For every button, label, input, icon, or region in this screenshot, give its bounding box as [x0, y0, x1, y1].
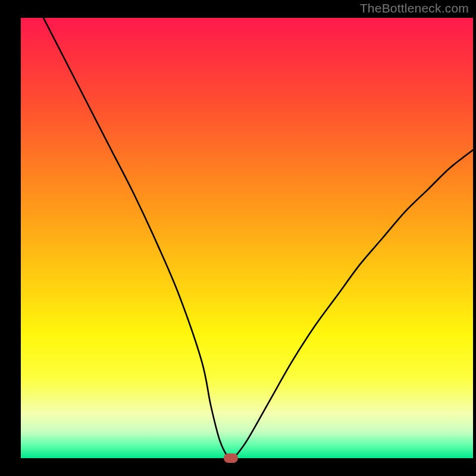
- watermark-text: TheBottleneck.com: [360, 1, 469, 15]
- plot-area: [21, 18, 473, 458]
- bottleneck-curve: [21, 18, 473, 458]
- chart-frame: TheBottleneck.com: [0, 0, 476, 476]
- optimal-point-marker: [224, 453, 238, 463]
